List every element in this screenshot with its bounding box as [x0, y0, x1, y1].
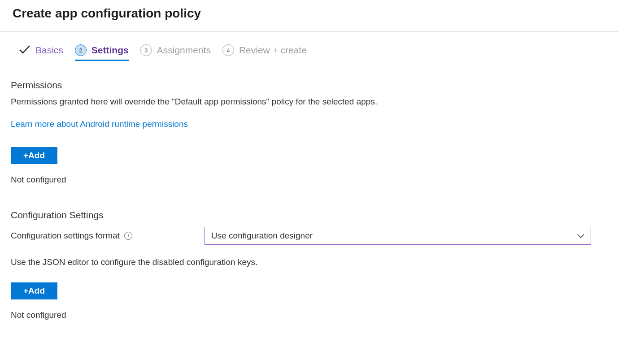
- tab-settings-label: Settings: [91, 45, 129, 56]
- config-format-select[interactable]: Use configuration designer: [205, 227, 591, 245]
- add-permissions-button[interactable]: +Add: [11, 147, 57, 164]
- permissions-heading: Permissions: [11, 80, 607, 91]
- permissions-status: Not configured: [11, 175, 607, 185]
- add-config-button[interactable]: +Add: [11, 282, 57, 299]
- chevron-down-icon: [577, 231, 584, 241]
- step-number-icon: 4: [222, 44, 234, 56]
- tab-review-create[interactable]: 4 Review + create: [222, 44, 307, 61]
- tab-settings[interactable]: 2 Settings: [75, 44, 129, 61]
- permissions-description: Permissions granted here will override t…: [11, 97, 607, 107]
- tab-assignments[interactable]: 3 Assignments: [140, 44, 211, 61]
- config-status: Not configured: [11, 310, 607, 320]
- step-number-icon: 3: [140, 44, 152, 56]
- checkmark-icon: [19, 44, 30, 56]
- config-settings-heading: Configuration Settings: [11, 210, 607, 221]
- tab-basics-label: Basics: [35, 45, 63, 56]
- learn-more-link[interactable]: Learn more about Android runtime permiss…: [11, 119, 188, 129]
- config-format-value: Use configuration designer: [211, 231, 313, 241]
- wizard-tabs: Basics 2 Settings 3 Assignments 4 Review…: [11, 44, 607, 61]
- tab-basics[interactable]: Basics: [19, 44, 63, 61]
- step-number-icon: 2: [75, 44, 87, 56]
- page-title: Create app configuration policy: [13, 6, 605, 21]
- tab-review-create-label: Review + create: [239, 45, 307, 56]
- tab-assignments-label: Assignments: [157, 45, 211, 56]
- config-format-label: Configuration settings format: [11, 231, 120, 241]
- json-editor-description: Use the JSON editor to configure the dis…: [11, 257, 607, 267]
- info-icon[interactable]: i: [124, 232, 132, 240]
